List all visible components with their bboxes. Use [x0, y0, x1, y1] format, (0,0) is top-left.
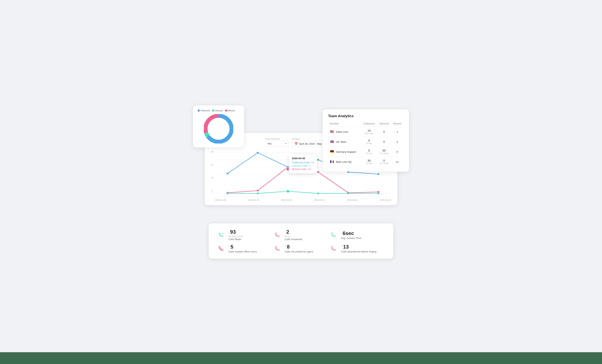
- analytics-table: Number Outbound Inbound Missed 🇺🇸 Sales …: [328, 121, 404, 167]
- calls-answered-label: Calls Answered: [285, 238, 302, 241]
- col-number: Number: [328, 121, 361, 127]
- team-cell-0: 🇺🇸 Sales Line: [328, 127, 361, 137]
- missed-cell-2: 0: [391, 147, 404, 157]
- calls-answered-icon: [273, 231, 281, 239]
- y-label-20: 20: [211, 163, 214, 166]
- not-picked-content: ˅ 8 Calls not picked by agent: [285, 244, 313, 253]
- avg-answer-value-row: › 6sec: [341, 230, 361, 236]
- flag-0: 🇺🇸: [330, 130, 334, 133]
- calls-made-label: Calls Made: [228, 238, 243, 241]
- x-label-3: 2020-05-01: [314, 199, 325, 201]
- calls-answered-value-row: › 2: [285, 229, 302, 235]
- abandoned-content: ˅ 13 Calls abandoned before ringing: [341, 244, 376, 253]
- legend-outbound: Outbound: [198, 109, 210, 112]
- inbound-label: Inbound: [215, 109, 223, 112]
- calendar-icon: 📅: [294, 142, 298, 145]
- missed-cell-3: 11: [391, 157, 404, 167]
- inbound-cell-3: 0 2 hr 35min: [377, 157, 391, 167]
- stats-grid: ‹ 93 2hr 40min 2sec Calls Made › 2: [216, 229, 386, 253]
- calls-made-value-row: ‹ 93: [228, 229, 243, 235]
- col-missed: Missed: [391, 121, 404, 127]
- analytics-row-2: 🇩🇪 Germany Support 6 12 min 45 2 hr 31mi…: [328, 147, 404, 157]
- calls-answered-number: 2: [286, 229, 289, 235]
- team-members-label: Team Members: [265, 138, 289, 140]
- y-label-0: 0: [211, 190, 214, 192]
- calls-answered-sub: 47sec: [285, 235, 302, 237]
- abandoned-number: 13: [343, 244, 349, 250]
- inbound-dot-4: [347, 193, 349, 194]
- inbound-dot-5: [377, 193, 379, 194]
- not-picked-value-row: ˅ 8: [285, 244, 313, 250]
- analytics-row-3: 🇫🇷 Main Line HQ 36 12 min 0 2 hr 35min 1…: [328, 157, 404, 167]
- calls-answered-content: › 2 47sec Calls Answered: [285, 229, 302, 241]
- stat-calls-made: ‹ 93 2hr 40min 2sec Calls Made: [216, 229, 273, 241]
- x-label-1: 2020-04-29: [248, 199, 259, 201]
- not-picked-label: Calls not picked by agent: [285, 250, 313, 253]
- inbound-dot-3: [317, 193, 319, 194]
- missed-cell-0: 1: [391, 127, 404, 137]
- missed-cell-1: 2: [391, 137, 404, 147]
- donut-svg: [204, 114, 233, 143]
- team-members-filter: Team Members You: [265, 138, 289, 147]
- legend-inbound: Inbound: [212, 109, 223, 112]
- stat-abandoned: ˅ 13 Calls abandoned before ringing: [329, 244, 386, 253]
- team-name-1: UK Team: [336, 140, 346, 143]
- inbound-dot: [212, 109, 214, 111]
- outbound-cell-1: 6 16 sec: [361, 137, 377, 147]
- calls-made-number: 93: [230, 229, 236, 235]
- avg-answer-label: Avg. Answer Time: [341, 236, 361, 239]
- inbound-cell-2: 45 2 hr 31min: [377, 147, 391, 157]
- y-axis: 30 20 10 0: [211, 150, 214, 194]
- flag-2: 🇩🇪: [330, 150, 334, 153]
- flag-3: 🇫🇷: [330, 160, 334, 163]
- col-inbound: Inbound: [377, 121, 391, 127]
- team-cell-3: 🇫🇷 Main Line HQ: [328, 157, 361, 167]
- x-axis: 2020-04-28 2020-04-29 2020-04-30 2020-05…: [215, 199, 391, 201]
- missed-dot-5: [377, 191, 379, 193]
- donut-chart: [204, 114, 233, 143]
- abandoned-icon: [329, 244, 338, 253]
- outbound-dot-5: [377, 173, 379, 175]
- outside-hours-icon: [216, 244, 225, 253]
- team-name-3: Main Line HQ: [336, 161, 352, 163]
- inbound-cell-1: 0: [377, 137, 391, 147]
- not-picked-icon: [273, 244, 281, 253]
- outside-hours-value-row: ˅ 5: [228, 244, 257, 250]
- not-picked-arrow: ˅: [285, 246, 286, 248]
- avg-answer-number: 6sec: [343, 230, 354, 236]
- outbound-cell-3: 36 12 min: [361, 157, 377, 167]
- outbound-label: Outbound: [201, 109, 210, 112]
- avg-answer-icon: [329, 231, 338, 239]
- donut-legend: Outbound Inbound Missed: [198, 109, 239, 112]
- calls-made-content: ‹ 93 2hr 40min 2sec Calls Made: [228, 229, 243, 241]
- y-label-10: 10: [211, 176, 214, 179]
- x-label-5: 2020-05-03: [380, 199, 391, 201]
- analytics-row-0: 🇺🇸 Sales Line 16 8min 4sec 0 1: [328, 127, 404, 137]
- x-label-0: 2020-04-28: [215, 199, 226, 201]
- col-outbound: Outbound: [361, 121, 377, 127]
- dashboard: Outbound Inbound Missed Team Analy: [193, 106, 409, 258]
- team-members-select[interactable]: You: [265, 141, 289, 147]
- donut-chart-card: Outbound Inbound Missed: [193, 106, 244, 148]
- abandoned-label: Calls abandoned before ringing: [341, 250, 376, 253]
- flag-1: 🇬🇧: [330, 140, 334, 143]
- calls-made-arrow: ‹: [228, 231, 229, 234]
- calls-answered-arrow: ›: [285, 231, 286, 234]
- calls-made-sub: 2hr 40min 2sec: [228, 235, 243, 237]
- inbound-dot-2: [286, 190, 290, 193]
- missed-dot-1: [257, 190, 258, 192]
- inbound-cell-0: 0: [377, 127, 391, 137]
- analytics-title: Team Analytics: [328, 114, 404, 118]
- team-cell-1: 🇬🇧 UK Team: [328, 137, 361, 147]
- stat-not-picked: ˅ 8 Calls not picked by agent: [273, 244, 329, 253]
- inbound-dot-1: [257, 193, 258, 194]
- analytics-row-1: 🇬🇧 UK Team 6 16 sec 0 2: [328, 137, 404, 147]
- team-cell-2: 🇩🇪 Germany Support: [328, 147, 361, 157]
- stats-card: ‹ 93 2hr 40min 2sec Calls Made › 2: [209, 224, 393, 258]
- inbound-dot-0: [226, 193, 228, 194]
- x-label-4: 2020-05-02: [347, 199, 358, 201]
- outside-hours-arrow: ˅: [228, 246, 230, 248]
- team-name-2: Germany Support: [336, 150, 356, 153]
- stat-outside-hours: ˅ 5 Calls outside office hours: [216, 244, 273, 253]
- stat-avg-answer: › 6sec Avg. Answer Time: [329, 229, 386, 241]
